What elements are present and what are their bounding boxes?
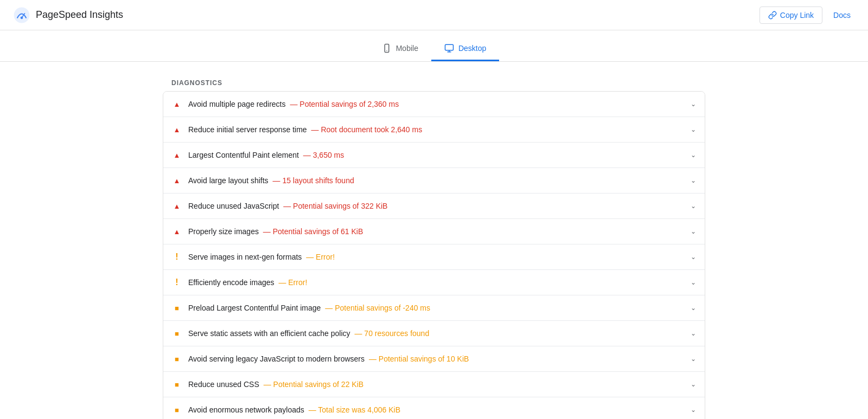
diag-item-detail: — Potential savings of -240 ms <box>323 304 430 312</box>
chevron-down-icon: ⌄ <box>691 381 696 388</box>
pagespeed-logo-icon <box>13 7 30 24</box>
diag-item-left: Avoid enormous network payloads — Total … <box>172 405 684 415</box>
diag-item-detail: — Potential savings of 10 KiB <box>367 354 469 363</box>
chevron-down-icon: ⌄ <box>691 330 696 337</box>
diag-item-text: Largest Contentful Paint element — 3,650… <box>188 151 344 159</box>
diagnostics-list: Avoid multiple page redirects — Potentia… <box>163 91 705 419</box>
tab-mobile[interactable]: Mobile <box>369 37 431 61</box>
tab-mobile-label: Mobile <box>396 44 418 53</box>
diag-item-text: Properly size images — Potential savings… <box>188 227 363 236</box>
tab-desktop[interactable]: Desktop <box>431 37 499 61</box>
diag-item-text: Reduce unused CSS — Potential savings of… <box>188 380 363 389</box>
main-content: DIAGNOSTICS Avoid multiple page redirect… <box>163 62 705 419</box>
diagnostics-item-preload-lcp[interactable]: Preload Largest Contentful Paint image —… <box>163 295 705 321</box>
chevron-down-icon: ⌄ <box>691 406 696 414</box>
chevron-down-icon: ⌄ <box>691 228 696 235</box>
copy-link-label: Copy Link <box>780 11 814 20</box>
diag-item-text: Efficiently encode images — Error! <box>188 278 307 287</box>
diag-item-text: Preload Largest Contentful Paint image —… <box>188 304 430 312</box>
diag-item-text: Serve images in next-gen formats — Error… <box>188 253 335 261</box>
chevron-down-icon: ⌄ <box>691 304 696 312</box>
diag-status-icon <box>172 227 182 236</box>
diag-item-left: Serve images in next-gen formats — Error… <box>172 252 684 262</box>
diagnostics-item-properly-size[interactable]: Properly size images — Potential savings… <box>163 219 705 244</box>
header-actions: Copy Link Docs <box>760 7 855 24</box>
diag-item-text: Avoid serving legacy JavaScript to moder… <box>188 354 469 363</box>
svg-point-0 <box>14 7 30 23</box>
diag-item-left: Reduce unused CSS — Potential savings of… <box>172 379 684 389</box>
diag-item-left: Preload Largest Contentful Paint image —… <box>172 303 684 313</box>
diag-status-icon <box>172 354 182 364</box>
diag-item-detail: — 3,650 ms <box>301 151 344 159</box>
diag-item-detail: — 70 resources found <box>353 329 430 338</box>
diagnostics-item-cache-policy[interactable]: Serve static assets with an efficient ca… <box>163 321 705 346</box>
link-icon <box>768 11 777 20</box>
docs-button[interactable]: Docs <box>829 7 855 23</box>
diag-status-icon <box>172 328 182 338</box>
diag-status-icon <box>172 252 182 262</box>
tab-desktop-label: Desktop <box>458 44 486 53</box>
diag-item-detail: — Error! <box>304 253 335 261</box>
app-title: PageSpeed Insights <box>36 9 123 21</box>
diag-item-left: Serve static assets with an efficient ca… <box>172 328 684 338</box>
chevron-down-icon: ⌄ <box>691 100 696 108</box>
diag-item-text: Reduce unused JavaScript — Potential sav… <box>188 202 387 210</box>
diagnostics-item-unused-js[interactable]: Reduce unused JavaScript — Potential sav… <box>163 194 705 219</box>
diag-item-detail: — Potential savings of 2,360 ms <box>288 100 399 108</box>
diag-item-left: Efficiently encode images — Error! <box>172 278 684 287</box>
diagnostics-item-legacy-js[interactable]: Avoid serving legacy JavaScript to moder… <box>163 346 705 372</box>
chevron-down-icon: ⌄ <box>691 279 696 286</box>
mobile-icon <box>382 43 392 53</box>
diag-status-icon <box>172 150 182 160</box>
diagnostics-item-next-gen-formats[interactable]: Serve images in next-gen formats — Error… <box>163 244 705 270</box>
diagnostics-item-avoid-redirects[interactable]: Avoid multiple page redirects — Potentia… <box>163 92 705 117</box>
diag-item-detail: — Potential savings of 322 KiB <box>281 202 387 210</box>
svg-rect-5 <box>445 44 453 50</box>
chevron-down-icon: ⌄ <box>691 253 696 261</box>
desktop-icon <box>444 43 454 53</box>
diagnostics-item-server-response[interactable]: Reduce initial server response time — Ro… <box>163 117 705 143</box>
copy-link-button[interactable]: Copy Link <box>760 7 822 24</box>
logo-area: PageSpeed Insights <box>13 7 123 24</box>
diag-status-icon <box>172 125 182 134</box>
diagnostics-item-encode-images[interactable]: Efficiently encode images — Error! ⌄ <box>163 270 705 295</box>
diag-item-text: Avoid enormous network payloads — Total … <box>188 405 400 414</box>
diag-item-left: Avoid multiple page redirects — Potentia… <box>172 99 684 109</box>
diag-item-text: Avoid multiple page redirects — Potentia… <box>188 100 399 108</box>
diag-status-icon <box>172 405 182 415</box>
diag-item-left: Avoid large layout shifts — 15 layout sh… <box>172 176 684 185</box>
diag-item-left: Avoid serving legacy JavaScript to moder… <box>172 354 684 364</box>
header: PageSpeed Insights Copy Link Docs <box>0 0 868 30</box>
diagnostics-label: DIAGNOSTICS <box>163 73 705 91</box>
diag-status-icon <box>172 379 182 389</box>
diag-status-icon <box>172 278 182 287</box>
chevron-down-icon: ⌄ <box>691 126 696 133</box>
diag-item-text: Avoid large layout shifts — 15 layout sh… <box>188 176 354 185</box>
diag-item-detail: — Total size was 4,006 KiB <box>307 405 400 414</box>
chevron-down-icon: ⌄ <box>691 355 696 363</box>
chevron-down-icon: ⌄ <box>691 202 696 210</box>
diag-item-left: Reduce initial server response time — Ro… <box>172 125 684 134</box>
diag-item-left: Largest Contentful Paint element — 3,650… <box>172 150 684 160</box>
tabs-bar: Mobile Desktop <box>0 30 868 62</box>
diag-item-left: Reduce unused JavaScript — Potential sav… <box>172 201 684 211</box>
diag-item-detail: — 15 layout shifts found <box>271 176 354 185</box>
diagnostics-item-network-payloads[interactable]: Avoid enormous network payloads — Total … <box>163 397 705 419</box>
diag-item-text: Reduce initial server response time — Ro… <box>188 125 422 134</box>
diag-status-icon <box>172 176 182 185</box>
diag-item-detail: — Potential savings of 61 KiB <box>261 227 363 236</box>
diag-status-icon <box>172 201 182 211</box>
diagnostics-item-layout-shifts[interactable]: Avoid large layout shifts — 15 layout sh… <box>163 168 705 194</box>
diagnostics-item-unused-css[interactable]: Reduce unused CSS — Potential savings of… <box>163 372 705 397</box>
diag-item-detail: — Root document took 2,640 ms <box>309 125 423 134</box>
diag-item-left: Properly size images — Potential savings… <box>172 227 684 236</box>
diag-item-text: Serve static assets with an efficient ca… <box>188 329 429 338</box>
diag-status-icon <box>172 303 182 313</box>
diagnostics-item-lcp-element[interactable]: Largest Contentful Paint element — 3,650… <box>163 143 705 168</box>
diag-item-detail: — Error! <box>277 278 308 287</box>
chevron-down-icon: ⌄ <box>691 177 696 184</box>
diag-item-detail: — Potential savings of 22 KiB <box>261 380 363 389</box>
chevron-down-icon: ⌄ <box>691 151 696 159</box>
diag-status-icon <box>172 99 182 109</box>
